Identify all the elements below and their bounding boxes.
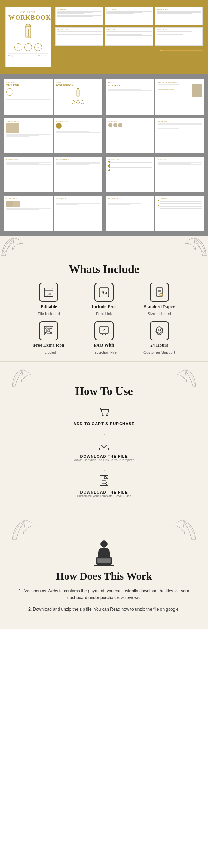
cover-subtitle: COURSE	[8, 11, 48, 14]
cover-title: WORKBOOK	[8, 14, 48, 22]
checklist-page: CHECKLIST	[106, 157, 154, 192]
editable-title: Editable	[41, 304, 57, 310]
step2-num: 2.	[28, 607, 32, 612]
support-icon: 24	[154, 325, 165, 336]
vector-icon-box	[39, 321, 58, 340]
faq-icon-box: ?	[94, 321, 114, 340]
font-title: Include Free	[92, 304, 116, 310]
svg-rect-9	[44, 288, 53, 297]
svg-text:A: A	[160, 294, 162, 296]
thumb-3: Workbook	[155, 7, 203, 25]
step1-text: Ass soon as Website confirms the payment…	[23, 588, 189, 600]
circle-3: 03	[34, 43, 42, 51]
end-page: COURSE THE END	[4, 79, 53, 115]
spread-3: THE COURSE MOTIVATION	[4, 118, 102, 153]
svg-point-23	[45, 328, 47, 329]
preview-top-grid: COURSE THE END COURSE WORKBOOK	[4, 79, 204, 231]
course-page: THE COURSE	[4, 118, 53, 153]
cover-footer: Designer Photographer	[8, 53, 48, 57]
coaches-page: COACHES	[106, 118, 154, 153]
thumb-6: Resource	[155, 27, 203, 46]
footer-left: Designer	[8, 55, 15, 57]
svg-point-24	[50, 328, 52, 329]
features-grid: Editable File Included Aa Include Free F…	[23, 283, 185, 354]
welcome-page: WELCOME MESSAGE HOW TO YOUR PROMOTE	[155, 79, 204, 115]
motivation-page: MOTIVATION	[54, 118, 103, 153]
thumb-4: Checklist	[55, 27, 103, 46]
svg-marker-5	[201, 49, 203, 51]
resource-page: RESOURCE	[4, 196, 53, 231]
howto-leaf-right	[173, 369, 197, 388]
support-sub: Customer Support	[143, 350, 175, 354]
svg-line-13	[48, 295, 49, 296]
step2-text: Download and unzip the zip file. You can…	[33, 607, 180, 612]
howto-leaf-decoration	[11, 369, 197, 388]
spread-6: CHECKLIST OUTLINE	[106, 157, 204, 192]
spread-2: THE CONTENT WELCOME MESSAGE	[106, 79, 204, 115]
font-sub: Font Link	[96, 312, 112, 316]
svg-point-37	[100, 540, 108, 548]
priority-page: THE PRIORITY	[106, 196, 154, 231]
circle-1: 01	[14, 43, 22, 51]
preview-section: COURSE THE END COURSE WORKBOOK	[0, 74, 208, 236]
svg-point-26	[50, 332, 52, 334]
cover-mockup: COURSE WORKBOOK 01 02 03 Designer Photog…	[5, 7, 51, 67]
workbook-page: WORKBOOK	[4, 157, 53, 192]
pencil-decoration	[55, 48, 203, 53]
file-icon	[96, 473, 112, 489]
support-icon-box: 24	[150, 321, 169, 340]
howdoes-icon-area	[11, 538, 197, 567]
step3-label: DOWNLOAD THE FILE	[80, 490, 128, 494]
svg-rect-6	[160, 50, 162, 51]
thumb-1: Content	[55, 7, 103, 25]
feature-support: 24 24 Hours Customer Support	[133, 321, 185, 354]
faq-title: FAQ With	[94, 342, 114, 348]
editable-sub: File Included	[38, 312, 60, 316]
howdoes-title: How Does This Work	[11, 570, 197, 582]
leaf-top-decoration	[0, 236, 208, 257]
content-page: THE CONTENT	[106, 79, 154, 115]
edit-icon	[43, 287, 54, 298]
whats-section: Whats Include Editable File Included	[0, 236, 208, 361]
cart-icon	[96, 405, 112, 420]
feature-font: Aa Include Free Font Link	[78, 283, 130, 316]
arrow-2: ↓	[11, 465, 197, 472]
howto-step-1: ADD TO CART & PURCHASE	[11, 405, 197, 426]
step2-sub: Which Contains The Link To Your Template	[74, 458, 134, 462]
spread-5: WORKBOOK ASSESSMENT	[4, 157, 102, 192]
howdoes-section: How Does This Work 1. Ass soon as Websit…	[0, 511, 208, 629]
workbook-right-page: WORKBOOK	[155, 118, 204, 153]
svg-text:Aa: Aa	[101, 290, 107, 295]
arrow-1: ↓	[11, 429, 197, 436]
step3-sub: Customize Your Template, Save & Use	[77, 494, 131, 498]
leaf-right	[180, 236, 208, 257]
svg-rect-41	[98, 559, 110, 563]
step2-label: DOWNLOAD THE FILE	[80, 454, 128, 458]
svg-rect-40	[94, 565, 114, 566]
thumbnail-grid: Content Coaches	[55, 7, 203, 53]
spread-1: COURSE THE END COURSE WORKBOOK	[4, 79, 102, 115]
howto-step-2: DOWNLOAD THE FILE Which Contains The Lin…	[11, 437, 197, 462]
thumb-2: Coaches	[105, 7, 153, 25]
howdoes-step2: 2. Download and unzip the zip file. You …	[11, 606, 197, 613]
svg-text:?: ?	[103, 328, 105, 332]
hero-section: COURSE WORKBOOK 01 02 03 Designer Photog…	[0, 0, 208, 74]
footer-right: Photographer	[38, 55, 48, 57]
thumb-5: Outline	[105, 27, 153, 46]
howto-leaf-left	[11, 369, 35, 388]
paper-icon: A	[154, 287, 165, 298]
paper-icon-box: A	[150, 283, 169, 302]
paper-sub: Size Included	[148, 312, 171, 316]
cover-circles: 01 02 03	[8, 43, 48, 51]
download-icon	[96, 437, 112, 453]
howto-section: How To Use ADD TO CART & PURCHASE ↓ DOWN…	[0, 361, 208, 511]
leaf-left	[0, 236, 28, 257]
outline-page: OUTLINE	[155, 157, 204, 192]
vector-icon	[43, 325, 54, 336]
spread-4: COACHES WORKBOOK	[106, 118, 204, 153]
svg-point-32	[106, 415, 108, 416]
assessment-page: ASSESSMENT	[54, 157, 103, 192]
spread-8: THE PRIORITY TO DO LIST	[106, 196, 204, 231]
icon-sub: Included	[42, 350, 56, 354]
editable-icon-box	[39, 283, 58, 302]
